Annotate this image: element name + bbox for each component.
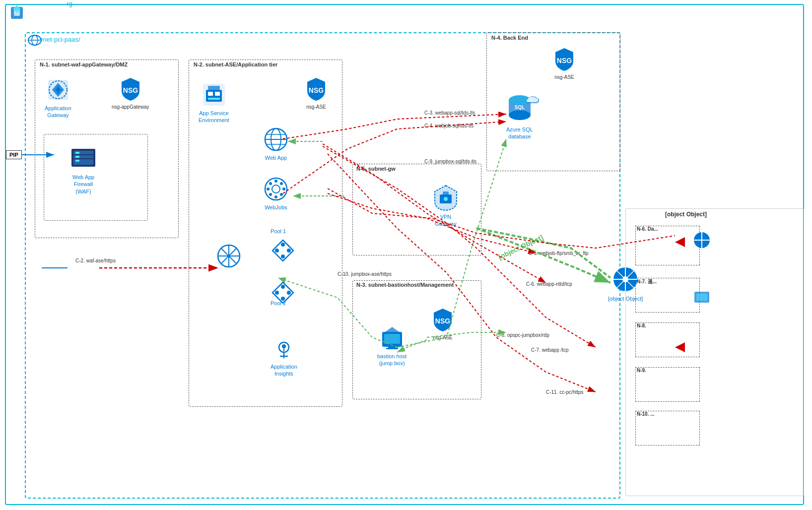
svg-point-54 xyxy=(281,285,285,289)
svg-text:NSG: NSG xyxy=(123,86,138,94)
svg-marker-71 xyxy=(385,327,399,332)
webjobs-icon xyxy=(263,176,289,202)
pool1-connector-icon xyxy=(216,243,242,269)
svg-text:SQL: SQL xyxy=(515,105,525,110)
svg-point-75 xyxy=(509,110,531,120)
n1-label: N-1. subnet-waf-appGateway/DMZ xyxy=(40,62,128,67)
gateway-label: [object Object] xyxy=(608,295,643,302)
svg-point-55 xyxy=(281,297,285,301)
svg-point-57 xyxy=(287,291,291,295)
c3-label: C-3. webapp-sql/tds-tls xyxy=(424,110,475,116)
app-insights-icon xyxy=(272,337,296,361)
bastion-host-label: bastion host(jump box) xyxy=(377,353,406,367)
pool1-icon-wrapper xyxy=(271,238,295,263)
dc-label: [object Object] xyxy=(665,211,707,218)
svg-point-39 xyxy=(269,182,272,185)
svg-rect-23 xyxy=(208,86,220,90)
svg-point-35 xyxy=(274,180,277,183)
app-insights-wrapper: ApplicationInsights xyxy=(271,337,297,378)
n6-icon xyxy=(692,231,711,250)
c4-label: C-4. webjob-sql/tds-tls xyxy=(424,123,474,128)
waf-label: Web AppFirewall(WAF) xyxy=(72,174,94,195)
svg-rect-26 xyxy=(208,98,220,100)
web-app-label: Web App xyxy=(265,154,287,161)
svg-rect-88 xyxy=(696,294,707,301)
vpn-gateway-wrapper: VPNGateway xyxy=(432,184,460,228)
svg-text:NSG: NSG xyxy=(309,86,324,94)
n6-arrow xyxy=(675,237,685,249)
n3-label: N-3. subnet-bastionhost/Management xyxy=(356,282,454,288)
svg-point-37 xyxy=(267,188,270,191)
nsg-appgateway-icon: NSG xyxy=(120,77,141,102)
n4-label: N-4. Back End xyxy=(491,35,528,41)
svg-rect-68 xyxy=(384,334,400,344)
waf-icon xyxy=(69,144,97,172)
svg-point-42 xyxy=(269,193,272,196)
gateway-wrapper: [object Object] xyxy=(608,265,643,302)
svg-marker-89 xyxy=(675,237,685,247)
nsg-appgateway-label: nsg-appGateway xyxy=(112,104,149,110)
svg-point-34 xyxy=(272,185,280,193)
svg-rect-25 xyxy=(215,92,220,96)
n8-box: N-8. xyxy=(635,322,700,357)
n6-label: N-6. Da... xyxy=(637,226,658,232)
pool1-connector-wrapper xyxy=(216,243,242,269)
nsg-ase1-wrapper: NSG nsg-ASE xyxy=(305,77,327,110)
pip-section: PIP xyxy=(6,150,57,160)
c6-label: C-6. webapp-nttd/tcp xyxy=(526,281,572,287)
nsg-n4-label: nsg-ASE xyxy=(554,74,574,80)
n7-icon xyxy=(692,288,711,307)
webjobs-label: WebJobs xyxy=(265,204,287,211)
app-gateway-label: ApplicationGateway xyxy=(45,105,71,119)
n10-box: N-10. ... xyxy=(635,411,700,446)
c7-label: C-7. webapp /tcp xyxy=(531,347,569,353)
vnet-label: vnet-pci-paas/ xyxy=(40,36,80,43)
pip-label: PIP xyxy=(6,150,22,159)
svg-rect-18 xyxy=(75,160,79,162)
svg-rect-69 xyxy=(388,346,396,348)
app-gateway-icon xyxy=(45,77,71,103)
n7-icon-wrapper xyxy=(692,288,711,307)
n9-box: N-9. xyxy=(635,367,700,402)
c10-label: C-10. jumpbox-ase/https xyxy=(338,271,392,277)
waf-wrapper: Web AppFirewall(WAF) xyxy=(69,144,97,195)
svg-rect-17 xyxy=(75,156,79,158)
svg-point-83 xyxy=(622,276,628,282)
svg-text:NSG: NSG xyxy=(435,317,450,325)
n6-box: N-6. Da... xyxy=(635,226,700,265)
web-app-icon xyxy=(263,127,289,152)
nsg-ase2-label: nsg-ASE xyxy=(433,334,452,341)
svg-marker-90 xyxy=(675,342,685,352)
app-insights-label: ApplicationInsights xyxy=(271,363,297,378)
svg-point-41 xyxy=(280,182,283,185)
svg-point-50 xyxy=(281,255,285,258)
pool1-icon xyxy=(271,238,295,263)
n8-arrow xyxy=(675,342,685,354)
svg-point-56 xyxy=(275,291,279,295)
svg-point-49 xyxy=(281,243,285,247)
nsg-n4-icon: NSG xyxy=(553,47,575,72)
c2-label: C-2. waf-ase/https xyxy=(75,258,116,263)
svg-point-38 xyxy=(282,188,285,191)
nsg-ase1-icon: NSG xyxy=(305,77,327,102)
pool1-label: Pool 1 xyxy=(271,228,286,234)
svg-rect-64 xyxy=(443,191,449,195)
c11-label: C-11. cc-pc/https xyxy=(546,389,584,395)
svg-rect-22 xyxy=(206,90,222,102)
azure-sql-wrapper: SQL Azure SQLdatabase xyxy=(506,94,533,140)
n8-label: N-8. xyxy=(637,323,646,328)
app-service-env-wrapper: App ServiceEnvironment xyxy=(199,82,229,124)
n5-label: N-5. subnet-gw xyxy=(356,166,396,172)
n10-label: N-10. ... xyxy=(637,411,655,417)
nsg-ase2-icon: NSG xyxy=(432,308,454,332)
c9-label: C-9. jumpbox-sql/tds-tls xyxy=(424,159,476,164)
nsg-ase1-label: nsg-ASE xyxy=(306,104,326,110)
svg-point-36 xyxy=(274,195,277,198)
svg-point-65 xyxy=(444,197,448,201)
rg-label: -rg xyxy=(65,0,72,7)
svg-point-40 xyxy=(280,193,283,196)
vpn-gateway-icon xyxy=(432,184,460,211)
pool2-icon-wrapper xyxy=(271,280,295,305)
app-gateway-wrapper: ApplicationGateway xyxy=(45,77,71,119)
c5-label: C-5. webjob-ftp/smb_or_ftp xyxy=(529,251,589,256)
